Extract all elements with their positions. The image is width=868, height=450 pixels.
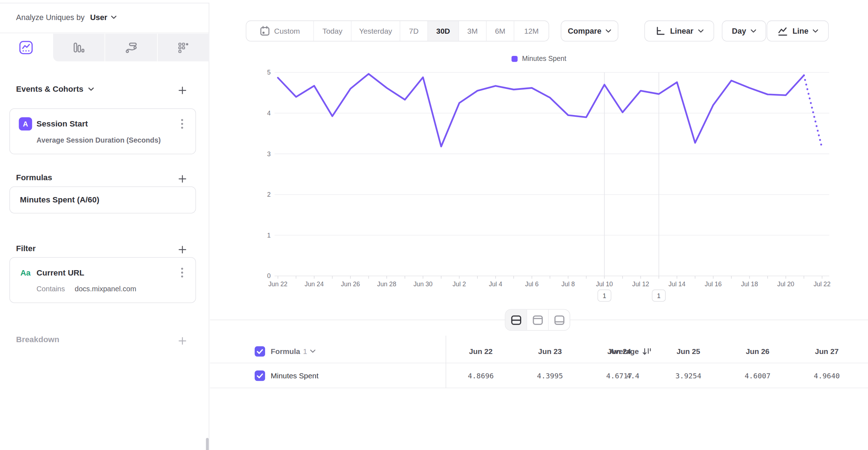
table-row[interactable]: Minutes Spent 4.4 4.86964.39954.67173.92…	[210, 363, 868, 388]
filter-value[interactable]: docs.mixpanel.com	[75, 285, 136, 293]
layout-toggle-split-view[interactable]	[505, 310, 527, 330]
chart-legend[interactable]: Minutes Spent	[210, 55, 868, 63]
series-checkbox[interactable]	[255, 370, 265, 380]
event-name[interactable]: Session Start	[37, 119, 88, 128]
legend-label: Minutes Spent	[522, 55, 566, 63]
x-axis-label: Jul 16	[705, 281, 722, 288]
formula-card[interactable]: Minutes Spent (A/60)	[9, 186, 196, 214]
date-column-header[interactable]: Jun 26	[723, 340, 792, 363]
tab-line-chart[interactable]	[0, 34, 52, 61]
date-column-header[interactable]: Jun 27	[792, 340, 862, 363]
date-range-yesterday[interactable]: Yesterday	[352, 21, 400, 41]
add-formula-button[interactable]	[175, 172, 189, 185]
x-axis-label: Jul 6	[525, 281, 539, 288]
line-chart[interactable]: 01234511Jun 22Jun 24Jun 26Jun 28Jun 30Ju…	[254, 65, 834, 312]
filter-property-name[interactable]: Current URL	[37, 268, 84, 277]
compare-button[interactable]: Compare	[561, 20, 618, 42]
formula-header[interactable]: Formula 1	[271, 347, 316, 355]
table-date-values: 4.86964.39954.67173.92544.60074.9640	[446, 363, 862, 388]
mixpanel-insights-report: Analyze Uniques by User	[0, 0, 868, 450]
metrics-icon	[177, 41, 190, 54]
split-view-icon	[510, 314, 522, 325]
layout-toggle-chart-top[interactable]	[527, 310, 548, 330]
add-event-button[interactable]	[175, 83, 189, 97]
formula-checkbox[interactable]	[255, 346, 265, 356]
date-range-3m[interactable]: 3M	[459, 21, 486, 41]
event-letter-badge: A	[19, 117, 32, 130]
series-line-incomplete	[804, 75, 822, 148]
add-breakdown-button[interactable]	[175, 334, 189, 347]
date-range-today[interactable]: Today	[314, 21, 352, 41]
date-range-12m[interactable]: 12M	[514, 21, 549, 41]
plus-icon	[178, 245, 186, 253]
string-property-badge: Aa	[18, 267, 33, 279]
kebab-icon	[181, 268, 183, 278]
tab-flows[interactable]	[105, 34, 157, 61]
date-column-header[interactable]: Jun 22	[446, 340, 515, 363]
x-axis-label: Jul 12	[632, 281, 649, 288]
y-axis-label: 0	[267, 272, 271, 279]
x-axis-label: Jul 8	[561, 281, 575, 288]
date-range-custom[interactable]: Custom	[246, 21, 314, 41]
date-range-30d[interactable]: 30D	[428, 21, 459, 41]
layout-toggle-group	[505, 309, 570, 331]
events-cohorts-title[interactable]: Events & Cohorts	[16, 85, 94, 94]
annotation-badge-label: 1	[657, 292, 661, 300]
linear-axis-icon	[655, 26, 666, 36]
x-axis-label: Jun 24	[305, 281, 324, 288]
x-axis-label: Jun 30	[414, 281, 433, 288]
y-axis-label: 5	[267, 69, 271, 76]
chevron-down-icon	[751, 29, 756, 33]
event-kebab-menu[interactable]	[176, 118, 188, 130]
value-cell: 4.3995	[515, 363, 585, 388]
event-card-session-start[interactable]: A Session Start Average Session Duration…	[9, 109, 196, 154]
tab-metrics[interactable]	[157, 34, 209, 61]
add-filter-button[interactable]	[175, 243, 189, 256]
series-line[interactable]	[278, 74, 804, 147]
sidebar-scrollbar-thumb[interactable]	[206, 438, 209, 450]
chart-type-selector-button[interactable]: Line	[767, 20, 829, 42]
date-column-header[interactable]: Jun 23	[515, 340, 585, 363]
layout-toggle-table-bottom[interactable]	[549, 310, 570, 330]
value-cell: 4.6007	[723, 363, 792, 388]
filter-operator[interactable]: Contains	[37, 285, 65, 293]
table-header-row: Formula 1 Average Jun 22Jun 23Jun 24Jun …	[210, 340, 868, 363]
checkbox-check-icon	[255, 346, 265, 356]
line-chart-icon	[18, 40, 34, 55]
x-axis-label: Jul 18	[741, 281, 758, 288]
date-column-header[interactable]: Jun 24	[585, 340, 654, 363]
breakdown-title: Breakdown	[16, 335, 60, 344]
value-cell: 4.9640	[792, 363, 862, 388]
flows-icon	[124, 41, 138, 54]
analyze-uniques-bar: Analyze Uniques by User	[0, 3, 209, 33]
event-measurement[interactable]: Average Session Duration (Seconds)	[37, 136, 161, 144]
analyze-uniques-label: Analyze Uniques by	[16, 13, 85, 21]
interval-selector-button[interactable]: Day	[722, 20, 766, 42]
formula-expression[interactable]: Minutes Spent (A/60)	[20, 195, 99, 204]
x-axis-label: Jul 22	[813, 281, 830, 288]
x-axis-label: Jul 10	[596, 281, 613, 288]
legend-swatch	[511, 56, 518, 62]
date-range-6m[interactable]: 6M	[487, 21, 514, 41]
x-axis-label: Jul 2	[453, 281, 466, 288]
y-axis-label: 2	[267, 191, 271, 198]
chevron-down-icon[interactable]	[111, 15, 117, 19]
value-cell: 3.9254	[654, 363, 723, 388]
y-axis-label: 3	[267, 150, 271, 158]
filter-card-current-url[interactable]: Aa Current URL Contains docs.mixpanel.co…	[9, 257, 196, 303]
filter-kebab-menu[interactable]	[176, 267, 188, 279]
date-column-header[interactable]: Jun 25	[654, 340, 723, 363]
chevron-down-icon	[813, 29, 818, 33]
x-axis-label: Jun 26	[341, 281, 360, 288]
bar-chart-icon	[72, 41, 85, 54]
date-range-7d[interactable]: 7D	[400, 21, 428, 41]
date-range-control: CustomTodayYesterday7D30D3M6M12M	[246, 20, 549, 42]
query-builder-sidebar: Analyze Uniques by User	[0, 3, 209, 450]
scale-selector-button[interactable]: Linear	[645, 20, 714, 42]
visualization-tabs	[0, 34, 209, 61]
y-axis-label: 1	[267, 232, 271, 239]
calendar-icon	[260, 25, 270, 37]
analyze-uniques-value-dropdown[interactable]: User	[90, 13, 107, 21]
tab-bar-chart[interactable]	[52, 34, 105, 61]
chevron-down-icon	[88, 87, 94, 91]
